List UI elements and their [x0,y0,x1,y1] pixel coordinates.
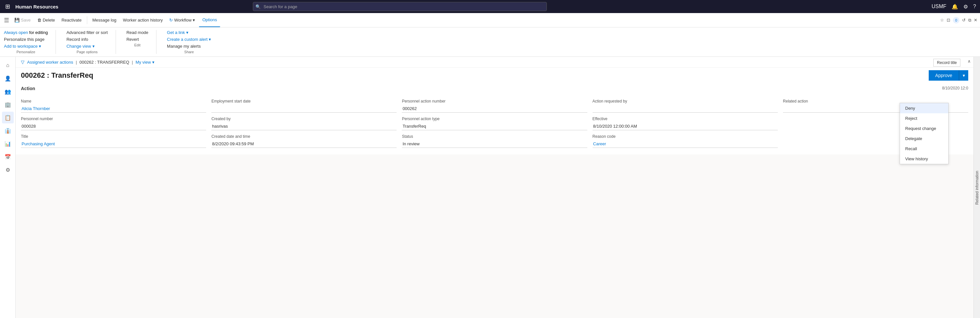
options-tab[interactable]: Options [199,13,220,27]
right-info-panel[interactable]: Related information [974,57,980,318]
field-action-requested-by-label: Action requested by [593,99,778,103]
field-personnel-number-value: 000028 [21,122,206,130]
field-employment-start-input[interactable] [212,105,396,113]
sidebar-item-benefits[interactable]: 📊 [2,138,14,149]
field-personnel-action-type-value: TransferReq [402,122,587,130]
revert-item[interactable]: Revert [126,37,148,42]
action-header-row: Action 8/10/2020 12:0 [21,86,968,94]
sidebar-item-compliance[interactable]: 📅 [2,151,14,162]
dropdown-item-request-change[interactable]: Request change [900,123,948,134]
change-view-item[interactable]: Change view ▾ [66,44,108,49]
field-effective-value: 8/10/2020 12:00:00 AM [593,122,778,130]
breadcrumb-bar: ▽ Assigned worker actions | 000262 : TRA… [16,57,974,68]
approve-button[interactable]: Approve [929,70,959,81]
workflow-button[interactable]: ↻ Workflow ▾ [167,16,197,24]
field-name-value[interactable]: Alicia Thornber [21,105,206,113]
search-icon: 🔍 [255,4,261,9]
field-created-date-time-label: Created date and time [212,134,396,139]
search-container: 🔍 [253,2,547,11]
always-open-suffix: for editing [28,30,48,35]
save-button[interactable]: 💾 Save [12,16,33,24]
main-layout: ⌂ 👤 👥 🏢 📋 👔 📊 📅 ⚙ ▽ Assigned worker acti… [0,57,980,318]
manage-alerts-item[interactable]: Manage my alerts [167,44,211,49]
refresh-icon[interactable]: ↺ [962,17,966,22]
field-action-requested-by-input[interactable] [593,105,778,113]
command-bar-right: ☆ ⊡ 0 ↺ ⧉ ✕ [940,17,977,24]
field-personnel-number: Personnel number 000028 [21,116,206,130]
action-form-grid: Name Alicia Thornber Employment start da… [21,96,968,151]
field-created-by-value: hasrivas [212,122,396,130]
breadcrumb-view-arrow: ▾ [152,60,154,65]
dropdown-item-delegate[interactable]: Delegate [900,134,948,144]
breadcrumb-view-selector[interactable]: My view ▾ [135,60,154,65]
field-reason-code-value[interactable]: Career [593,140,778,148]
grid-icon[interactable]: ⊞ [4,2,11,11]
page-title: 000262 : TransferReq [21,71,93,80]
personalize-page-item[interactable]: Personalize this page [4,37,48,42]
field-employment-start: Employment start date [212,99,396,113]
sidebar-item-worker[interactable]: 👤 [2,73,14,84]
workeractionhistory-button[interactable]: Worker action history [120,16,165,24]
field-created-by: Created by hasrivas [212,116,396,130]
sidebar-item-teams[interactable]: 👥 [2,86,14,97]
save-icon: 💾 [14,17,20,22]
approve-dropdown-menu: Deny Reject Request change Delegate Reca… [900,103,949,164]
dropdown-item-view-history[interactable]: View history [900,154,948,164]
field-personnel-action-number-label: Personnel action number [402,99,587,103]
dropdown-item-recall[interactable]: Recall [900,144,948,154]
search-input[interactable] [253,2,547,11]
notification-count-badge[interactable]: 0 [953,17,959,24]
sidebar-item-actions[interactable]: 📋 [2,112,14,123]
settings-icon[interactable]: ⚙ [963,3,968,10]
create-alert-item[interactable]: Create a custom alert ▾ [167,37,211,42]
filter-icon[interactable]: ▽ [21,59,24,65]
record-title-badge: Record title [933,59,960,67]
add-to-workspace-item[interactable]: Add to workspace ▾ [4,44,48,49]
field-reason-code-label: Reason code [593,134,778,139]
read-mode-item[interactable]: Read mode [126,30,148,35]
record-info-item[interactable]: Record info [66,37,108,42]
sidebar-item-home[interactable]: ⌂ [2,59,14,71]
personalize-group-title: Personalize [4,50,48,54]
field-employment-start-label: Employment start date [212,99,396,103]
action-header: Action [21,86,35,91]
tab-icon[interactable]: ⊡ [947,17,950,22]
always-open-item: Always open for editing [4,30,48,35]
field-status-value: In review [402,140,587,148]
ribbon: Always open for editing Personalize this… [0,27,980,57]
reactivate-button[interactable]: Reactivate [59,16,84,24]
breadcrumb-sep1: | [76,60,77,65]
favorites-icon[interactable]: ☆ [940,17,944,22]
sidebar-item-organization[interactable]: 🏢 [2,99,14,110]
field-name: Name Alicia Thornber [21,99,206,113]
dropdown-item-reject[interactable]: Reject [900,113,948,123]
delete-button[interactable]: 🗑 Delete [35,16,58,24]
field-created-date-time-value: 8/2/2020 09:43:59 PM [212,140,396,148]
get-a-link-item[interactable]: Get a link ▾ [167,30,211,35]
breadcrumb-collapse-icon[interactable]: ∧ [967,59,971,64]
sidebar-item-settings[interactable]: ⚙ [2,164,14,176]
open-new-icon[interactable]: ⧉ [968,17,971,23]
action-date: 8/10/2020 12:0 [942,86,968,94]
sidebar-item-leave[interactable]: 👔 [2,125,14,137]
always-open-link[interactable]: Always open [4,30,28,35]
field-title-value[interactable]: Purchasing Agent [21,140,206,148]
help-icon[interactable]: ? [973,3,976,10]
notification-icon[interactable]: 🔔 [951,3,958,10]
field-personnel-number-label: Personnel number [21,116,206,121]
messagelog-button[interactable]: Message log [90,16,119,24]
hamburger-icon[interactable]: ☰ [3,17,10,24]
add-to-workspace-arrow: ▾ [39,44,41,49]
separator [87,16,87,24]
breadcrumb-sep2: | [132,60,133,65]
personalize-group: Always open for editing Personalize this… [4,30,56,54]
breadcrumb-link-assigned-actions[interactable]: Assigned worker actions [27,60,73,65]
close-icon[interactable]: ✕ [974,17,977,22]
advanced-filter-item[interactable]: Advanced filter or sort [66,30,108,35]
action-section: Action 8/10/2020 12:0 Name Alicia Thornb… [16,82,974,154]
approve-dropdown-toggle[interactable]: ▾ [959,70,968,81]
share-items: Get a link ▾ Create a custom alert ▾ Man… [167,30,211,49]
page-options-group-title: Page options [66,50,108,54]
field-personnel-action-number-value: 000262 [402,105,587,113]
dropdown-item-deny[interactable]: Deny [900,103,948,113]
